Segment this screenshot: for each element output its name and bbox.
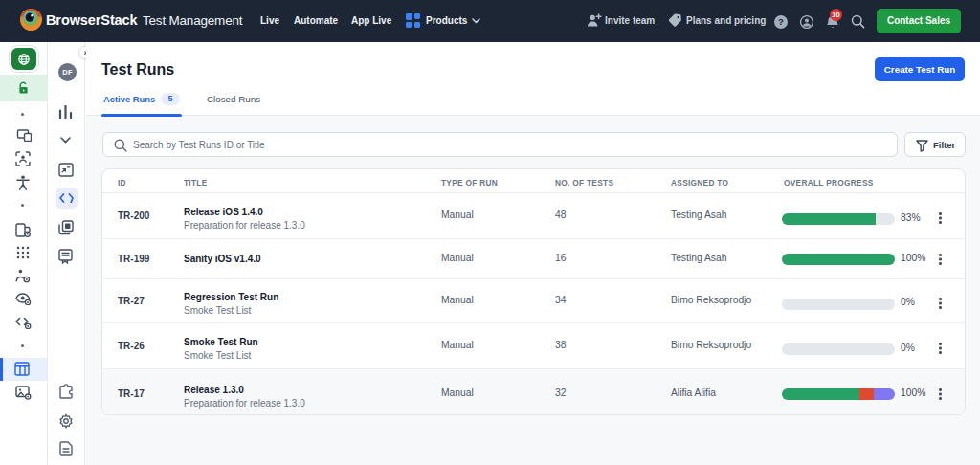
svg-text:?: ? [778,16,784,27]
